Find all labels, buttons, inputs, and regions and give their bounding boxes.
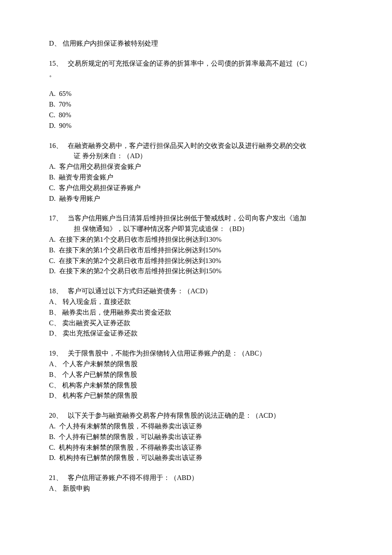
q16-stem: 16、 在融资融券交易中，客户进行担保品买入时的交收资金以及进行融券交易的交收 — [49, 141, 345, 151]
q21-stem-text: 客户信用证券账户不得不得用于：（ABD） — [63, 474, 198, 481]
q17-opt-a: A. 在接下来的第1个交易日收市后维持担保比例达到130% — [49, 234, 345, 245]
q18-opt-c: C、 卖出融资买入证券还款 — [49, 318, 345, 329]
question-17: 17、 当客户信用账户当日清算后维持担保比例低于警戒线时，公司向客户发出《追加 … — [49, 213, 345, 277]
q18-opt-b: B、 融券卖出后，使用融券卖出资金还款 — [49, 307, 345, 318]
q16-opt-c: C. 客户信用交易担保证券账户 — [49, 183, 345, 194]
q21-num: 21、 — [49, 474, 63, 481]
pre-q15-option: D、 信用账户内担保证券被特别处理 — [49, 38, 345, 49]
option-d: D、 信用账户内担保证券被特别处理 — [49, 38, 345, 49]
q18-opt-d: D、 卖出充抵保证金证券还款 — [49, 328, 345, 339]
q16-stem-text: 在融资融券交易中，客户进行担保品买入时的交收资金以及进行融券交易的交收 — [63, 142, 306, 149]
q19-stem-text: 关于限售股中，不能作为担保物转入信用证券账户的是：（ABC） — [63, 350, 266, 357]
q15-opt-b: B. 70% — [49, 99, 345, 110]
q19-opt-d: D、 机构客户已解禁的限售股 — [49, 390, 345, 401]
q20-num: 20、 — [49, 412, 63, 419]
q18-num: 18、 — [49, 287, 63, 295]
q17-opt-d: D. 在接下来的第2个交易日收市后维持担保比例达到150% — [49, 266, 345, 277]
q16-opt-b: B. 融资专用资金账户 — [49, 172, 345, 183]
q20-opt-a: A. 个人持有未解禁的限售股，不得融券卖出该证券 — [49, 421, 345, 432]
q15-stem: 15、 交易所规定的可充抵保证金的证券的折算率中，公司债的折算率最高不超过（C） — [49, 58, 345, 69]
q18-stem-text: 客户可以通过以下方式归还融资债务：（ACD） — [63, 287, 212, 295]
q19-opt-b: B、 个人客户已解禁的限售股 — [49, 370, 345, 380]
q19-num: 19、 — [49, 350, 63, 357]
q19-opt-a: A、 个人客户未解禁的限售股 — [49, 359, 345, 370]
q17-stem-text: 当客户信用账户当日清算后维持担保比例低于警戒线时，公司向客户发出《追加 — [63, 214, 306, 222]
q20-opt-b: B. 个人持有已解禁的限售股，可以融券卖出该证券 — [49, 432, 345, 442]
q15-stem-text: 交易所规定的可充抵保证金的证券的折算率中，公司债的折算率最高不超过（C） — [63, 60, 311, 67]
q16-stem-cont: 证 券分别来自：（AD） — [49, 151, 345, 162]
q15-stem-cont: 。 — [49, 69, 345, 80]
q15-opt-d: D. 90% — [49, 121, 345, 131]
q17-opt-b: B. 在接下来的第1个交易日收市后维持担保比例达到150% — [49, 245, 345, 256]
q20-stem: 20、 以下关于参与融资融券交易客户持有限售股的说法正确的是：（ACD） — [49, 410, 345, 421]
question-19: 19、 关于限售股中，不能作为担保物转入信用证券账户的是：（ABC） A、 个人… — [49, 348, 345, 401]
question-21: 21、 客户信用证券账户不得不得用于：（ABD） A、 新股申购 — [49, 473, 345, 494]
q17-stem: 17、 当客户信用账户当日清算后维持担保比例低于警戒线时，公司向客户发出《追加 — [49, 213, 345, 224]
question-18: 18、 客户可以通过以下方式归还融资债务：（ACD） A、 转入现金后，直接还款… — [49, 286, 345, 339]
q18-opt-a: A、 转入现金后，直接还款 — [49, 297, 345, 307]
q15-num: 15、 — [49, 60, 63, 67]
q15-opt-c: C. 80% — [49, 110, 345, 121]
q16-opt-a: A. 客户信用交易担保资金账户 — [49, 162, 345, 172]
q19-stem: 19、 关于限售股中，不能作为担保物转入信用证券账户的是：（ABC） — [49, 348, 345, 359]
q16-num: 16、 — [49, 142, 63, 149]
q17-num: 17、 — [49, 214, 63, 222]
q20-opt-d: D. 机构持有已解禁的限售股，可以融券卖出该证券 — [49, 453, 345, 463]
q18-stem: 18、 客户可以通过以下方式归还融资债务：（ACD） — [49, 286, 345, 297]
q20-stem-text: 以下关于参与融资融券交易客户持有限售股的说法正确的是：（ACD） — [63, 412, 280, 419]
q19-opt-c: C、 机构客户未解禁的限售股 — [49, 380, 345, 391]
q21-opt-a: A、 新股申购 — [49, 483, 345, 494]
q20-opt-c: C. 机构持有未解禁的限售股，不得融券卖出该证券 — [49, 442, 345, 453]
q17-stem-cont: 担 保物通知》，以下哪种情况客户即算完成追保：（BD） — [49, 224, 345, 234]
q17-opt-c: C. 在接下来的第2个交易日收市后维持担保比例达到130% — [49, 256, 345, 266]
question-15: 15、 交易所规定的可充抵保证金的证券的折算率中，公司债的折算率最高不超过（C）… — [49, 58, 345, 131]
q16-opt-d: D. 融券专用账户 — [49, 194, 345, 204]
question-16: 16、 在融资融券交易中，客户进行担保品买入时的交收资金以及进行融券交易的交收 … — [49, 141, 345, 204]
question-20: 20、 以下关于参与融资融券交易客户持有限售股的说法正确的是：（ACD） A. … — [49, 410, 345, 463]
q21-stem: 21、 客户信用证券账户不得不得用于：（ABD） — [49, 473, 345, 483]
q15-opt-a: A. 65% — [49, 89, 345, 99]
